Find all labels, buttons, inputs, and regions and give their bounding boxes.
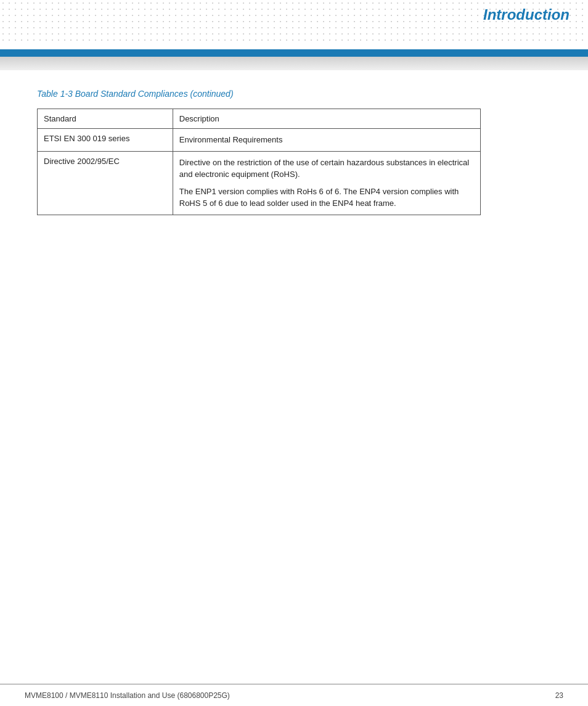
cell-standard: Directive 2002/95/EC — [38, 151, 173, 215]
table-row: Directive 2002/95/ECDirective on the res… — [38, 151, 481, 215]
table-header-row: Standard Description — [38, 109, 481, 129]
page-footer: MVME8100 / MVME8110 Installation and Use… — [0, 684, 588, 706]
main-content: Table 1-3 Board Standard Compliances (co… — [0, 70, 588, 252]
footer-page-number: 23 — [555, 691, 563, 700]
cell-standard: ETSI EN 300 019 series — [38, 129, 173, 152]
gray-separator-bar — [0, 57, 588, 70]
table-row: ETSI EN 300 019 seriesEnvironmental Requ… — [38, 129, 481, 152]
compliance-table: Standard Description ETSI EN 300 019 ser… — [37, 109, 481, 215]
table-caption: Table 1-3 Board Standard Compliances (co… — [37, 89, 551, 99]
cell-description: Environmental Requirements — [173, 129, 480, 152]
description-paragraph: Environmental Requirements — [179, 134, 474, 146]
chapter-title-area: Introduction — [483, 6, 570, 23]
page-header: Introduction — [0, 0, 588, 49]
footer-document-title: MVME8100 / MVME8110 Installation and Use… — [25, 691, 230, 700]
description-paragraph: Directive on the restriction of the use … — [179, 157, 474, 181]
blue-accent-bar — [0, 49, 588, 57]
description-paragraph: The ENP1 version complies with RoHs 6 of… — [179, 186, 474, 210]
column-header-description: Description — [173, 109, 480, 129]
cell-description: Directive on the restriction of the use … — [173, 151, 480, 215]
column-header-standard: Standard — [38, 109, 173, 129]
chapter-title: Introduction — [483, 6, 570, 23]
